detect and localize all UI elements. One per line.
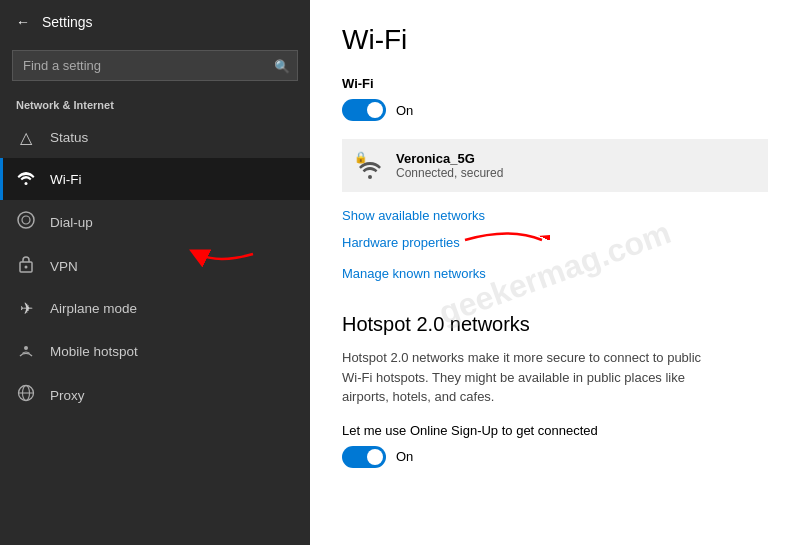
hardware-properties-arrow-wrap: Hardware properties [342, 233, 460, 260]
sidebar-item-wifi[interactable]: Wi-Fi [0, 158, 310, 200]
back-button[interactable]: ← [16, 14, 30, 30]
hardware-properties-link[interactable]: Hardware properties [342, 235, 460, 250]
sidebar-item-vpn[interactable]: VPN [0, 244, 310, 288]
search-input[interactable] [12, 50, 298, 81]
search-icon: 🔍 [274, 58, 290, 73]
sidebar-item-mobile-hotspot[interactable]: Mobile hotspot [0, 329, 310, 373]
wifi-section-label: Wi-Fi [342, 76, 768, 91]
sidebar-item-label: Dial-up [50, 215, 93, 230]
wifi-toggle-label: On [396, 103, 413, 118]
vpn-icon [16, 255, 36, 277]
network-status: Connected, secured [396, 166, 503, 180]
sidebar-item-label: Wi-Fi [50, 172, 81, 187]
hotspot-toggle[interactable] [342, 446, 386, 468]
sidebar-item-proxy[interactable]: Proxy [0, 373, 310, 417]
sidebar-item-label: Status [50, 130, 88, 145]
svg-point-3 [25, 266, 28, 269]
section-label: Network & Internet [0, 93, 310, 117]
sidebar-item-status[interactable]: △ Status [0, 117, 310, 158]
page-title: Wi-Fi [342, 24, 768, 56]
status-icon: △ [16, 128, 36, 147]
sidebar-title: Settings [42, 14, 93, 30]
hotspot-sub-label: Let me use Online Sign-Up to get connect… [342, 423, 768, 438]
svg-point-0 [18, 212, 34, 228]
lock-icon: 🔒 [354, 151, 368, 164]
wifi-icon [16, 169, 36, 189]
proxy-icon [16, 384, 36, 406]
manage-networks-link[interactable]: Manage known networks [342, 266, 486, 281]
sidebar-item-airplane[interactable]: ✈ Airplane mode [0, 288, 310, 329]
sidebar-item-label: Airplane mode [50, 301, 137, 316]
dialup-icon [16, 211, 36, 233]
hotspot-toggle-label: On [396, 449, 413, 464]
airplane-icon: ✈ [16, 299, 36, 318]
sidebar-item-label: Mobile hotspot [50, 344, 138, 359]
sidebar-item-label: Proxy [50, 388, 85, 403]
mobile-hotspot-icon [16, 340, 36, 362]
sidebar-item-label: VPN [50, 259, 78, 274]
network-card: 🔒 Veronica_5G Connected, secured [342, 139, 768, 192]
hotspot-desc: Hotspot 2.0 networks make it more secure… [342, 348, 722, 407]
hotspot-section-title: Hotspot 2.0 networks [342, 313, 768, 336]
network-name: Veronica_5G [396, 151, 503, 166]
show-networks-link[interactable]: Show available networks [342, 208, 485, 223]
sidebar-item-dialup[interactable]: Dial-up [0, 200, 310, 244]
svg-point-1 [22, 216, 30, 224]
network-lock-wifi-icon: 🔒 [356, 153, 384, 179]
wifi-toggle[interactable] [342, 99, 386, 121]
